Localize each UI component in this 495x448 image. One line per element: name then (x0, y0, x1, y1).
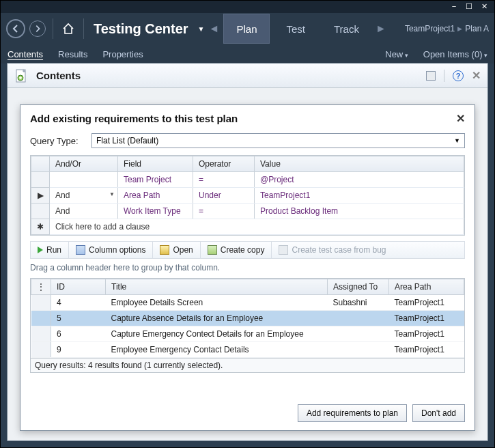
add-clause-mark: ✱ (31, 219, 50, 235)
tab-track-label: Track (334, 23, 359, 35)
separator (53, 18, 53, 39)
clause-field-col[interactable]: Field (118, 156, 193, 172)
group-hint: Drag a column header here to group by th… (30, 263, 465, 272)
result-id: 4 (51, 295, 106, 311)
query-type-value: Flat List (Default) (96, 136, 158, 145)
breadcrumb-project: TeamProject1 (405, 24, 455, 33)
clause-field-cell[interactable]: Area Path (118, 188, 193, 204)
window-titlebar (1, 1, 494, 13)
clause-andor-cell[interactable]: And (50, 204, 118, 219)
clause-field-cell[interactable]: Team Project (118, 172, 193, 188)
result-row[interactable]: 6Capture Emergency Contect Details for a… (31, 326, 464, 342)
clause-field-cell[interactable]: Work Item Type (118, 204, 193, 219)
close-icon[interactable]: ✕ (472, 69, 481, 82)
copy-icon (208, 245, 217, 255)
clause-value-cell[interactable]: TeamProject1 (255, 188, 464, 204)
clause-operator-cell[interactable]: Under (193, 188, 255, 204)
tab-test[interactable]: Test (274, 14, 317, 44)
result-rowmark (31, 295, 51, 311)
chevron-right-icon: ▶ (457, 25, 462, 32)
app-switcher-dropdown[interactable]: ▼ (198, 25, 205, 33)
tab-test-label: Test (286, 23, 305, 35)
clause-rowmark: ▶ (31, 188, 50, 204)
subnav-properties[interactable]: Properties (102, 49, 143, 59)
create-copy-button[interactable]: Create copy (201, 242, 272, 258)
tab-scroll-left[interactable]: ◄ (208, 18, 219, 40)
result-id: 5 (51, 311, 106, 326)
tab-plan[interactable]: Plan (223, 14, 270, 44)
result-row[interactable]: 5Capture Absence Details for an Employee… (31, 311, 464, 326)
dialog-title: Add existing requirements to this test p… (30, 113, 238, 124)
bug-icon (279, 245, 288, 255)
subnav-contents[interactable]: Contents (8, 49, 43, 59)
create-copy-label: Create copy (221, 245, 265, 255)
clause-rowmark (31, 172, 50, 188)
dialog-close-button[interactable]: ✕ (456, 112, 465, 125)
query-type-dropdown[interactable]: Flat List (Default) ▼ (91, 133, 465, 148)
run-label: Run (46, 245, 61, 255)
contents-title: Contents (36, 70, 81, 81)
result-row[interactable]: 9Employee Emergency Contact DetailsTeamP… (31, 342, 464, 358)
result-assigned (328, 326, 389, 342)
result-title: Employee Emergency Contact Details (106, 342, 328, 358)
help-icon[interactable]: ? (453, 70, 464, 81)
result-area: TeamProject1 (389, 295, 464, 311)
clause-andor-cell[interactable] (50, 172, 118, 188)
clause-operator-cell[interactable]: = (193, 172, 255, 188)
clause-operator-cell[interactable]: = (193, 204, 255, 219)
contents-header: Contents ? ✕ (8, 64, 487, 88)
clause-andor-col[interactable]: And/Or (50, 156, 118, 172)
result-assigned (328, 342, 389, 358)
clause-row[interactable]: AndWork Item Type=Product Backlog Item (31, 204, 464, 219)
column-options-button[interactable]: Column options (69, 242, 153, 258)
workspace-panel: Contents ? ✕ Add existing requirements t… (7, 63, 488, 441)
result-area: TeamProject1 (389, 311, 464, 326)
result-title-col[interactable]: Title (106, 279, 328, 295)
clause-operator-col[interactable]: Operator (193, 156, 255, 172)
create-testcase-label: Create test case from bug (292, 245, 386, 255)
result-id-col[interactable]: ID (51, 279, 106, 295)
result-row[interactable]: 4Employee Details ScreenSubashniTeamProj… (31, 295, 464, 311)
tab-track[interactable]: Track (322, 14, 371, 44)
subnav-new-menu[interactable]: New (385, 49, 408, 59)
subnav-openitems-menu[interactable]: Open Items (0) (423, 49, 487, 59)
add-requirements-dialog: Add existing requirements to this test p… (20, 104, 475, 431)
save-icon[interactable] (426, 71, 436, 81)
window-maximize-button[interactable] (463, 2, 475, 12)
clause-value-col[interactable]: Value (255, 156, 464, 172)
query-toolbar: Run Column options Open Create copy Crea… (30, 241, 465, 259)
tab-scroll-right[interactable]: ► (376, 18, 386, 40)
open-label: Open (173, 245, 193, 255)
breadcrumb-plan: Plan A (465, 24, 489, 33)
nav-forward-button[interactable] (29, 20, 46, 37)
clause-value-cell[interactable]: Product Backlog Item (255, 204, 464, 219)
home-button[interactable] (60, 20, 76, 37)
window-minimize-button[interactable] (448, 2, 460, 12)
subnav-results[interactable]: Results (58, 49, 87, 59)
breadcrumb[interactable]: TeamProject1 ▶ Plan A (405, 24, 489, 33)
clause-andor-cell[interactable]: And▼ (50, 188, 118, 204)
clause-row[interactable]: Team Project=@Project (31, 172, 464, 188)
results-grid: ⋮ ID Title Assigned To Area Path 4Employ… (30, 278, 465, 359)
run-query-button[interactable]: Run (31, 242, 69, 258)
result-title: Capture Emergency Contect Details for an… (106, 326, 328, 342)
add-requirements-button[interactable]: Add requirements to plan (298, 404, 407, 422)
clause-row[interactable]: ▶And▼Area PathUnderTeamProject1 (31, 188, 464, 204)
separator (444, 70, 444, 82)
play-icon (38, 247, 43, 253)
result-area: TeamProject1 (389, 326, 464, 342)
contents-icon (14, 68, 29, 83)
add-clause-text: Click here to add a clause (50, 219, 464, 235)
result-title: Employee Details Screen (106, 295, 328, 311)
clause-value-cell[interactable]: @Project (255, 172, 464, 188)
result-area-col[interactable]: Area Path (389, 279, 464, 295)
add-clause-row[interactable]: ✱Click here to add a clause (31, 219, 464, 235)
clause-rowmark (31, 204, 50, 219)
open-button[interactable]: Open (153, 242, 200, 258)
dont-add-button[interactable]: Don't add (412, 404, 465, 422)
result-rowmark (31, 311, 51, 326)
result-assigned-col[interactable]: Assigned To (328, 279, 389, 295)
result-assigned: Subashni (328, 295, 389, 311)
nav-back-button[interactable] (6, 19, 25, 38)
window-close-button[interactable] (478, 2, 490, 12)
